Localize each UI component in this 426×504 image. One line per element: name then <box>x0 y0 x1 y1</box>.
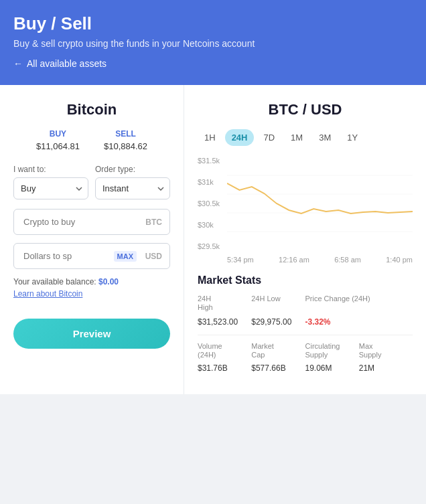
mcap-header-2: Cap <box>251 351 305 359</box>
tab-1y[interactable]: 1Y <box>340 129 364 146</box>
max-badge[interactable]: MAX <box>114 251 137 262</box>
mcap-header-cell: Market Cap <box>251 342 305 361</box>
max-header-1: Max <box>359 342 413 350</box>
i-want-to-label: I want to: <box>13 165 88 174</box>
x-label-3: 1:40 pm <box>386 256 413 264</box>
usd-badge: USD <box>145 252 162 261</box>
chart-y-labels: $31.5k $31k $30.5k $30k $29.5k <box>198 157 227 250</box>
form-row: I want to: Buy Order type: Instant <box>13 165 170 199</box>
y-label-2: $30.5k <box>198 199 227 207</box>
market-stats-title: Market Stats <box>198 274 413 286</box>
max-value-cell: 21M <box>359 363 413 373</box>
buy-label: BUY <box>36 129 80 139</box>
circ-header-1: Circulating <box>305 342 359 350</box>
volume-value-cell: $31.76B <box>198 363 251 373</box>
volume-value: $31.76B <box>198 363 251 373</box>
mcap-header-1: Market <box>251 342 305 350</box>
stat-change: Price Change (24H) <box>305 295 413 313</box>
learn-link[interactable]: Learn about Bitcoin <box>13 289 170 299</box>
buy-price-block: BUY $11,064.81 <box>36 129 80 151</box>
stats-divider <box>198 335 413 335</box>
low-value-cell: $29,975.00 <box>251 317 305 327</box>
high-value: $31,523.00 <box>198 317 251 327</box>
stats-values-row: $31,523.00 $29,975.00 -3.32% <box>198 317 413 327</box>
coin-title: Bitcoin <box>13 101 170 118</box>
back-arrow-icon: ← <box>13 58 23 69</box>
max-header-cell: Max Supply <box>359 342 413 361</box>
stat-high: 24H High <box>198 295 251 313</box>
balance-row: Your available balance: $0.00 <box>13 277 170 286</box>
balance-amount: $0.00 <box>98 277 119 286</box>
time-tabs: 1H 24H 7D 1M 3M 1Y <box>198 129 413 146</box>
crypto-input-wrapper: BTC <box>13 209 170 235</box>
header: Buy / Sell Buy & sell crypto using the f… <box>0 0 426 85</box>
change-value-cell: -3.32% <box>305 317 413 327</box>
chart-x-labels: 5:34 pm 12:16 am 6:58 am 1:40 pm <box>198 256 413 264</box>
order-type-group: Order type: Instant <box>95 165 170 199</box>
balance-label: Your available balance: <box>13 277 96 286</box>
back-link[interactable]: ← All available assets <box>13 58 413 69</box>
crypto-badge: BTC <box>145 218 162 227</box>
x-label-1: 12:16 am <box>279 256 309 264</box>
mcap-value: $577.66B <box>251 363 305 373</box>
y-label-1: $31k <box>198 178 227 186</box>
change-value: -3.32% <box>305 317 413 327</box>
y-label-0: $31.5k <box>198 157 227 165</box>
buy-price: $11,064.81 <box>36 141 80 151</box>
max-value: 21M <box>359 363 413 373</box>
x-label-0: 5:34 pm <box>227 256 254 264</box>
tab-24h[interactable]: 24H <box>225 129 255 146</box>
volume-header-1: Volume <box>198 342 251 350</box>
circ-header-2: Supply <box>305 351 359 359</box>
page-subtitle: Buy & sell crypto using the funds in you… <box>13 38 413 49</box>
circ-header-cell: Circulating Supply <box>305 342 359 361</box>
i-want-to-group: I want to: Buy <box>13 165 88 199</box>
stats-bottom-headers: Volume (24H) Market Cap Circulating Supp… <box>198 342 413 361</box>
high-value-cell: $31,523.00 <box>198 317 251 327</box>
page-title: Buy / Sell <box>13 13 413 34</box>
order-type-label: Order type: <box>95 165 170 174</box>
order-type-select[interactable]: Instant <box>95 177 170 199</box>
sell-label: SELL <box>104 129 147 139</box>
chart-container: $31.5k $31k $30.5k $30k $29.5k <box>198 157 413 250</box>
volume-header-2: (24H) <box>198 351 251 359</box>
chart-svg-area <box>227 157 413 250</box>
stats-bottom-values: $31.76B $577.66B 19.06M 21M <box>198 363 413 373</box>
max-header-2: Supply <box>359 351 413 359</box>
dollars-input-wrapper: MAX USD <box>13 243 170 269</box>
left-panel: Bitcoin BUY $11,064.81 SELL $10,884.62 I… <box>0 85 184 394</box>
back-label: All available assets <box>27 58 106 69</box>
sell-price-block: SELL $10,884.62 <box>104 129 147 151</box>
chart-title: BTC / USD <box>198 101 413 118</box>
change-header: Price Change (24H) <box>305 295 413 303</box>
sell-price: $10,884.62 <box>104 141 147 151</box>
mcap-value-cell: $577.66B <box>251 363 305 373</box>
price-row: BUY $11,064.81 SELL $10,884.62 <box>13 129 170 151</box>
right-panel: BTC / USD 1H 24H 7D 1M 3M 1Y $31.5k $31k… <box>184 85 426 394</box>
buy-sell-select[interactable]: Buy <box>13 177 88 199</box>
stat-low: 24H Low <box>251 295 305 313</box>
circ-value-cell: 19.06M <box>305 363 359 373</box>
tab-1m[interactable]: 1M <box>284 129 309 146</box>
stats-top-row: 24H High 24H Low Price Change (24H) <box>198 295 413 313</box>
high-header-2: High <box>198 303 251 311</box>
tab-3m[interactable]: 3M <box>312 129 338 146</box>
low-header: 24H Low <box>251 295 305 303</box>
tab-1h[interactable]: 1H <box>198 129 222 146</box>
y-label-4: $29.5k <box>198 242 227 250</box>
volume-header-cell: Volume (24H) <box>198 342 251 361</box>
preview-button[interactable]: Preview <box>13 319 170 349</box>
y-label-3: $30k <box>198 221 227 229</box>
x-label-2: 6:58 am <box>334 256 361 264</box>
low-value: $29,975.00 <box>251 317 305 327</box>
high-header-1: 24H <box>198 295 251 303</box>
circ-value: 19.06M <box>305 363 359 373</box>
tab-7d[interactable]: 7D <box>257 129 281 146</box>
